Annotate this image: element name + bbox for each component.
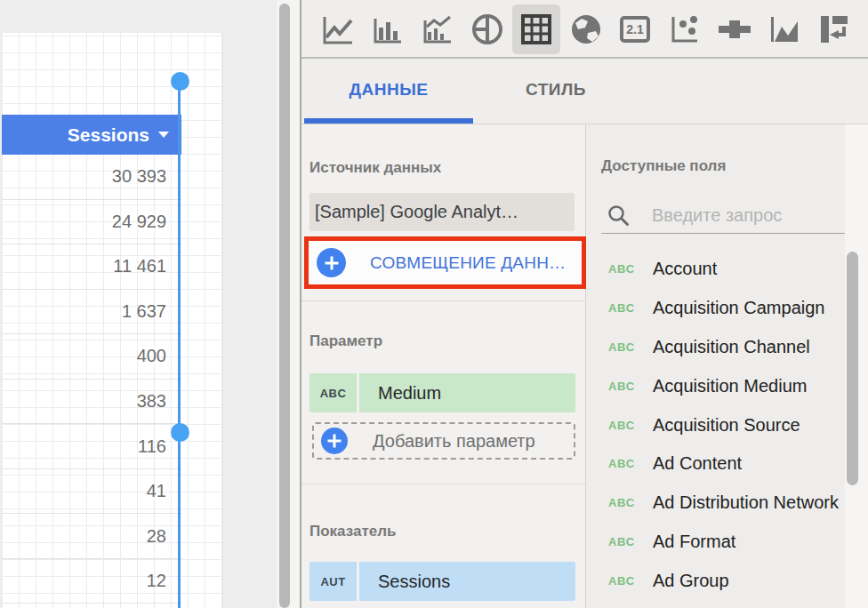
sort-descending-icon — [158, 132, 169, 138]
field-type-badge: ABC — [608, 419, 653, 432]
field-list-item[interactable]: ABCAd Distribution Network — [601, 484, 843, 523]
bullet-chart-icon[interactable] — [711, 4, 759, 54]
combo-chart-icon[interactable] — [414, 4, 462, 54]
field-search-input[interactable]: Введите запрос — [652, 205, 782, 226]
data-source-section-label: Источник данных — [309, 159, 441, 177]
workspace-scrollbar-thumb[interactable] — [279, 4, 290, 608]
table-row: 12 — [2, 559, 181, 604]
section-divider — [301, 484, 585, 484]
field-type-badge: ABC — [608, 574, 653, 588]
plus-icon — [317, 248, 346, 277]
table-header-label: Sessions — [68, 124, 149, 146]
field-type-badge: ABC — [608, 262, 653, 276]
tab-style-label: СТИЛЬ — [526, 80, 586, 100]
scatter-chart-icon[interactable] — [661, 4, 709, 54]
pie-chart-icon[interactable] — [463, 4, 511, 54]
active-tab-underline — [304, 118, 473, 124]
field-type-badge: ABC — [608, 496, 653, 509]
field-label: Acquisition Source — [653, 415, 800, 436]
area-chart-icon[interactable] — [760, 4, 808, 54]
line-chart-icon[interactable] — [314, 4, 362, 54]
metric-section-label: Показатель — [309, 523, 396, 540]
table-icon[interactable] — [512, 4, 560, 54]
field-label: Acquisition Medium — [653, 376, 807, 396]
table-row: 41 — [2, 469, 181, 515]
blend-data-button[interactable]: СОВМЕЩЕНИЕ ДАНН… — [309, 241, 582, 284]
table-row: 30 393 — [2, 155, 181, 200]
annotation-highlight-box: СОВМЕЩЕНИЕ ДАНН… — [304, 236, 586, 289]
fields-scrollbar-thumb[interactable] — [847, 252, 858, 485]
field-list-item[interactable]: ABCAcquisition Source — [601, 405, 843, 444]
metric-chip-label: Sessions — [359, 562, 575, 601]
plus-icon — [321, 428, 348, 454]
field-list-item[interactable]: ABCAccount — [601, 250, 843, 289]
dimension-chip-medium[interactable]: ABC Medium — [309, 373, 575, 412]
table-row: 116 — [2, 424, 181, 469]
tab-data[interactable]: ДАННЫЕ — [304, 60, 473, 119]
field-label: Ad Group — [653, 571, 729, 591]
table-row: 1 637 — [2, 290, 181, 335]
tab-style[interactable]: СТИЛЬ — [502, 60, 609, 119]
add-dimension-label: Добавить параметр — [373, 431, 535, 452]
table-row: 28 — [2, 514, 181, 559]
table-row: 24 929 — [2, 200, 181, 245]
data-source-name: [Sample] Google Analyt… — [315, 202, 518, 221]
table-row: 12 — [2, 604, 181, 608]
available-fields-title: Доступные поля — [601, 157, 726, 175]
blend-data-label: СОВМЕЩЕНИЕ ДАНН… — [370, 253, 566, 273]
field-list-item[interactable]: ABCAd Content — [601, 444, 843, 484]
tab-data-label: ДАННЫЕ — [350, 80, 429, 100]
section-divider — [301, 300, 585, 301]
svg-text:2.1: 2.1 — [626, 22, 644, 36]
geo-map-icon[interactable] — [562, 4, 610, 54]
field-type-badge: ABC — [608, 457, 653, 470]
metric-chip-sessions[interactable]: AUT Sessions — [309, 562, 575, 601]
table-row: 383 — [2, 380, 181, 425]
widget-selection-border — [178, 79, 181, 608]
field-list-item[interactable]: ABCAcquisition Campaign — [601, 289, 843, 328]
selection-handle-top-right[interactable] — [171, 72, 189, 91]
field-type-badge: ABC — [608, 301, 653, 315]
field-label: Ad Content — [653, 453, 742, 474]
field-list-item[interactable]: ABCAcquisition Medium — [601, 366, 843, 405]
field-list-item[interactable]: ABCAcquisition Channel — [601, 328, 843, 367]
field-list: ABCAccountABCAcquisition CampaignABCAcqu… — [601, 250, 843, 600]
field-type-badge: ABC — [608, 340, 653, 354]
field-list-item[interactable]: ABCAd Format — [601, 523, 843, 562]
add-dimension-button[interactable]: Добавить параметр — [312, 422, 575, 460]
scorecard-icon[interactable]: 2.1 — [611, 4, 659, 54]
field-type-badge: ABC — [608, 380, 653, 393]
field-label: Acquisition Channel — [653, 337, 810, 357]
metric-type-badge: AUT — [309, 562, 357, 601]
dimension-section-label: Параметр — [309, 332, 382, 350]
table-row: 11 461 — [2, 244, 181, 290]
table-row: 400 — [2, 334, 181, 380]
search-icon — [607, 204, 631, 228]
field-list-item[interactable]: ABCAd Group — [601, 561, 843, 600]
field-type-badge: ABC — [608, 535, 653, 548]
dimension-type-badge: ABC — [309, 373, 357, 412]
field-label: Ad Distribution Network — [653, 492, 839, 513]
data-source-field[interactable]: [Sample] Google Analyt… — [309, 193, 575, 231]
table-rows: 30 39324 92911 4611 63740038311641281212 — [2, 155, 181, 608]
selection-handle-middle-right[interactable] — [171, 423, 189, 442]
field-label: Ad Format — [653, 532, 735, 552]
dimension-chip-label: Medium — [359, 373, 575, 412]
field-label: Acquisition Campaign — [653, 298, 824, 318]
chart-type-toolbar: 2.1 — [301, 0, 868, 59]
search-underline — [601, 233, 859, 234]
field-label: Account — [653, 259, 717, 279]
bar-chart-icon[interactable] — [364, 4, 412, 54]
table-header-sessions[interactable]: Sessions — [2, 115, 181, 155]
pivot-table-icon[interactable] — [810, 4, 858, 54]
report-canvas[interactable]: Sessions 30 39324 92911 4611 63740038311… — [2, 33, 223, 608]
